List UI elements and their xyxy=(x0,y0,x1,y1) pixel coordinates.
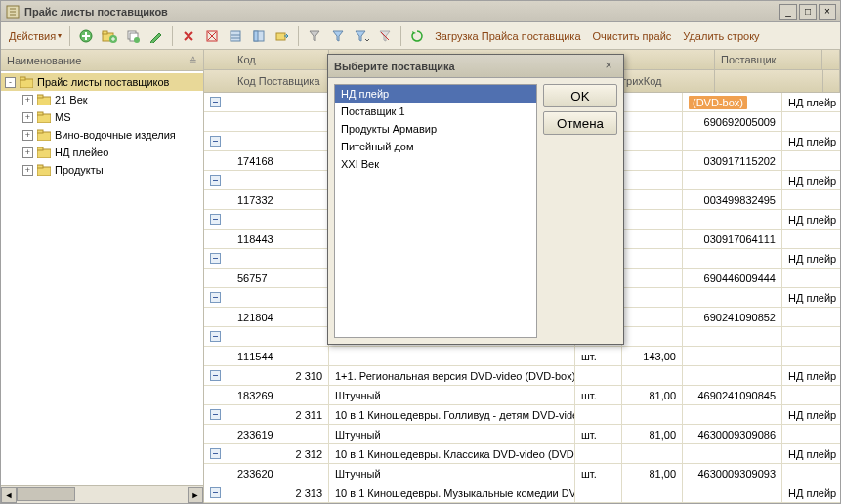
cell-unit: шт. xyxy=(575,425,622,443)
cell-blank xyxy=(204,464,231,483)
col-kod[interactable]: Код xyxy=(231,50,329,69)
delete-icon[interactable] xyxy=(179,26,198,46)
tree-header[interactable]: Наименование ≙ xyxy=(1,50,203,71)
add-folder-icon[interactable] xyxy=(100,26,119,46)
sort-icon: ≙ xyxy=(189,56,197,65)
mark-delete-icon[interactable] xyxy=(202,26,222,46)
cancel-button[interactable]: Отмена xyxy=(543,111,617,135)
filter-set-icon[interactable] xyxy=(328,26,348,46)
clear-price-link[interactable]: Очистить прайс xyxy=(589,28,676,44)
add-icon[interactable] xyxy=(76,26,96,46)
row-expander[interactable] xyxy=(204,171,231,189)
row-expander[interactable] xyxy=(204,210,231,229)
table-row[interactable]: 2 31210 в 1 Киношедевры. Классика DVD-vi… xyxy=(204,444,840,464)
load-price-link[interactable]: Загрузка Прайса поставщика xyxy=(431,28,584,44)
scroll-thumb[interactable] xyxy=(17,487,75,501)
filter-icon[interactable] xyxy=(305,26,324,46)
row-expander[interactable] xyxy=(204,405,231,424)
tree-item[interactable]: +MS xyxy=(1,108,203,126)
scroll-left-button[interactable]: ◄ xyxy=(1,487,17,503)
cell-kod: 118443 xyxy=(231,230,329,248)
filter-dropdown-icon[interactable] xyxy=(352,26,371,46)
scroll-track[interactable] xyxy=(17,487,188,503)
expand-icon[interactable]: + xyxy=(22,130,33,141)
col-expander[interactable] xyxy=(204,50,231,69)
cell-price-top xyxy=(622,366,683,385)
row-expander[interactable] xyxy=(204,132,231,150)
cell-supplier-bot xyxy=(782,347,840,365)
ok-button[interactable]: OK xyxy=(543,84,617,107)
col-expander-sub[interactable] xyxy=(204,70,231,92)
collapse-icon[interactable]: - xyxy=(5,77,16,88)
supplier-list[interactable]: НД плейрПоставщик 1Продукты АрмавирПитей… xyxy=(334,84,537,338)
list-item[interactable]: Поставщик 1 xyxy=(335,103,536,120)
expand-icon[interactable]: + xyxy=(22,95,33,105)
cell-price-top xyxy=(622,288,683,307)
table-row[interactable]: 183269Штучныйшт.81,004690241090845 xyxy=(204,386,840,405)
cell-supplier: НД плейр xyxy=(782,366,840,385)
list-icon[interactable] xyxy=(226,26,245,46)
cell-price-top xyxy=(622,93,683,111)
app-icon xyxy=(5,4,21,20)
move-icon[interactable] xyxy=(273,26,292,46)
delete-row-link[interactable]: Удалить строку xyxy=(679,28,763,44)
cell-name: 1+1. Региональная версия DVD-video (DVD-… xyxy=(329,366,575,385)
tree-item[interactable]: +Вино-водочные изделия xyxy=(1,126,203,144)
table-row[interactable]: 2 31110 в 1 Киношедевры. Голливуд - детя… xyxy=(204,405,840,425)
cell-supplier-bot xyxy=(782,464,840,483)
minimize-button[interactable]: _ xyxy=(779,4,797,20)
col-supplier-sub[interactable] xyxy=(715,70,822,92)
actions-menu[interactable]: Действия xyxy=(7,28,63,44)
refresh-icon[interactable] xyxy=(407,26,427,46)
tree[interactable]: -Прайс листы поставщиков+21 Век+MS+Вино-… xyxy=(1,71,203,485)
table-row[interactable]: 111544шт.143,00 xyxy=(204,347,840,366)
edit-icon[interactable] xyxy=(147,26,166,46)
folder-icon xyxy=(37,111,51,123)
row-expander[interactable] xyxy=(204,366,231,385)
row-expander[interactable] xyxy=(204,327,231,346)
minus-icon xyxy=(210,292,221,303)
col-kodp[interactable]: Код Поставщика xyxy=(231,70,329,92)
table-row[interactable]: 2 31310 в 1 Киношедевры. Музыкальные ком… xyxy=(204,483,840,503)
list-item[interactable]: Продукты Армавир xyxy=(335,120,536,138)
table-row[interactable]: 2 3101+1. Региональная версия DVD-video … xyxy=(204,366,840,386)
tree-item[interactable]: +21 Век xyxy=(1,91,203,108)
filter-off-icon[interactable] xyxy=(375,26,395,46)
tree-hscroll[interactable]: ◄ ► xyxy=(1,485,203,503)
list-item[interactable]: XXI Век xyxy=(335,155,536,173)
expand-icon[interactable]: + xyxy=(22,165,33,176)
table-row[interactable]: 233620Штучныйшт.81,004630009309093 xyxy=(204,464,840,483)
row-expander[interactable] xyxy=(204,93,231,111)
row-expander[interactable] xyxy=(204,249,231,268)
close-button[interactable]: × xyxy=(819,4,836,20)
tree-item-label: Вино-водочные изделия xyxy=(55,129,176,141)
maximize-button[interactable]: □ xyxy=(799,4,817,20)
col-supplier[interactable]: Поставщик xyxy=(715,50,822,69)
svg-rect-6 xyxy=(103,31,107,34)
cell-kod: 233620 xyxy=(231,464,329,483)
cell-blank xyxy=(204,112,231,131)
row-expander[interactable] xyxy=(204,444,231,463)
list-item[interactable]: НД плейр xyxy=(335,85,536,103)
scroll-right-button[interactable]: ► xyxy=(188,487,203,503)
row-expander[interactable] xyxy=(204,483,231,502)
tree-item[interactable]: -Прайс листы поставщиков xyxy=(1,73,203,91)
row-expander[interactable] xyxy=(204,288,231,307)
col-scroll xyxy=(822,50,840,69)
table-row[interactable]: 233619Штучныйшт.81,004630009309086 xyxy=(204,425,840,444)
tree-item[interactable]: +Продукты xyxy=(1,161,203,179)
hierarchy-icon[interactable] xyxy=(249,26,269,46)
list-item[interactable]: Питейный дом xyxy=(335,138,536,155)
tree-item[interactable]: +НД плейео xyxy=(1,144,203,161)
cell-price xyxy=(622,151,683,170)
modal-close-button[interactable]: × xyxy=(600,58,617,75)
copy-icon[interactable] xyxy=(123,26,143,46)
cell-supplier-bot xyxy=(782,151,840,170)
cell-kodp: 2 310 xyxy=(231,366,329,385)
minus-icon xyxy=(210,253,221,264)
modal-title-text: Выберите поставщика xyxy=(334,61,600,72)
cell-kod: 56757 xyxy=(231,269,329,287)
expand-icon[interactable]: + xyxy=(22,147,33,158)
expand-icon[interactable]: + xyxy=(22,112,33,123)
col-barcode[interactable]: трихКод xyxy=(615,70,715,92)
